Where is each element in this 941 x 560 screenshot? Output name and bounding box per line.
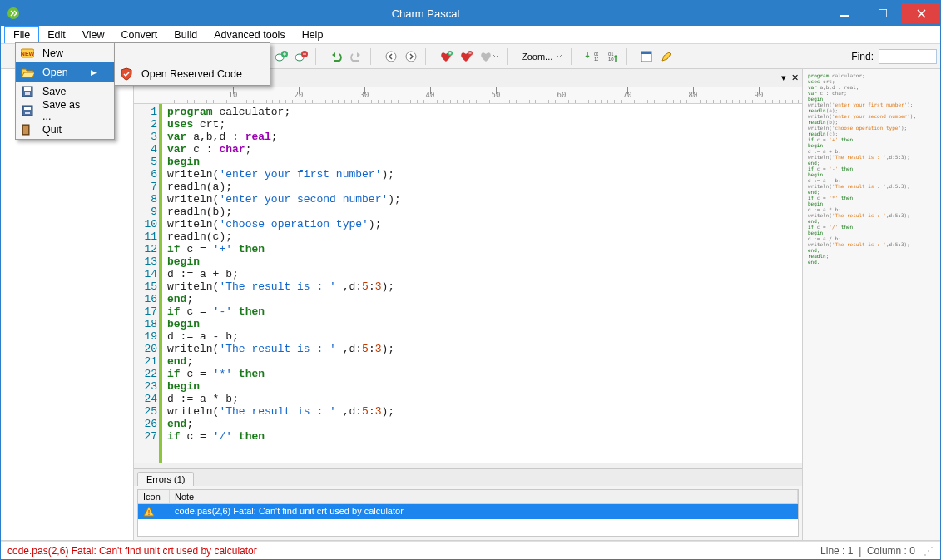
menu-quit[interactable]: Quit — [16, 120, 114, 139]
file-menu-dropdown: NEW New Open ▶ Save Save as ... Quit — [15, 42, 115, 140]
svg-text:!: ! — [148, 508, 151, 517]
menu-save-label: Save — [42, 86, 82, 97]
menu-advanced-tools[interactable]: Advanced tools — [206, 26, 293, 43]
ruler: 102030405060708090100110 — [134, 87, 802, 104]
menu-save-as[interactable]: Save as ... — [16, 101, 114, 120]
svg-text:NEW: NEW — [21, 51, 34, 57]
errors-tab[interactable]: Errors (1) — [137, 472, 194, 486]
menu-open-label: Open — [42, 67, 82, 78]
open-submenu: Open Reserved Code — [114, 42, 270, 86]
close-button[interactable] — [902, 3, 940, 23]
menu-new-label: New — [42, 47, 82, 59]
errors-col-note: Note — [170, 490, 798, 503]
tab-list-dropdown[interactable]: ▾ — [781, 72, 786, 83]
menu-build[interactable]: Build — [166, 26, 206, 43]
toolbar-nav-back[interactable] — [382, 47, 400, 66]
svg-rect-7 — [25, 92, 30, 95]
window-title: Charm Pascal — [26, 7, 825, 20]
toolbar-bookmark-remove[interactable] — [292, 47, 310, 66]
menu-open-reserved-code[interactable]: Open Reserved Code — [115, 63, 270, 85]
svg-point-25 — [406, 52, 416, 62]
svg-rect-33 — [641, 52, 651, 54]
tab-close-button[interactable]: ✕ — [791, 72, 799, 83]
menu-new[interactable]: NEW New — [16, 43, 114, 62]
open-icon — [19, 64, 36, 81]
toolbar-binary-down[interactable]: 0110 — [582, 47, 601, 66]
find-label: Find: — [851, 51, 877, 62]
statusbar: code.pas(2,6) Fatal: Can't find unit crt… — [1, 541, 940, 559]
toolbar-bookmark-add[interactable] — [272, 47, 290, 66]
errors-grid: Icon Note ! code.pas(2,6) Fatal: Can't f… — [137, 489, 799, 537]
toolbar-edit-pencil[interactable] — [657, 47, 676, 66]
svg-rect-6 — [24, 87, 31, 91]
status-position: Line : 1 | Column : 0 ⋰ — [820, 545, 934, 557]
menu-quit-label: Quit — [42, 124, 82, 136]
save-icon — [19, 83, 36, 100]
toolbar-redo[interactable] — [347, 47, 365, 66]
svg-rect-2 — [879, 9, 887, 17]
menu-open[interactable]: Open ▶ — [16, 62, 114, 82]
menu-save-as-label: Save as ... — [42, 99, 82, 122]
open-reserved-code-label: Open Reserved Code — [141, 68, 253, 80]
line-gutter: 1234567891011121314151617181920212223242… — [134, 104, 162, 463]
zoom-label: Zoom... — [522, 52, 552, 62]
toolbar-favorite-remove[interactable] — [457, 47, 475, 66]
errors-col-icon: Icon — [138, 490, 170, 503]
svg-rect-9 — [24, 107, 31, 110]
menu-convert[interactable]: Convert — [113, 26, 166, 43]
svg-rect-1 — [840, 15, 849, 17]
minimize-button[interactable] — [825, 3, 864, 23]
app-icon — [1, 1, 26, 26]
warning-icon: ! — [138, 504, 170, 519]
svg-text:10: 10 — [608, 57, 614, 62]
svg-point-24 — [386, 52, 396, 62]
save-as-icon — [19, 102, 36, 119]
toolbar-binary-up[interactable]: 0110 — [602, 47, 621, 66]
error-note: code.pas(2,6) Fatal: Can't find unit crt… — [170, 504, 798, 519]
toolbar-zoom-dropdown[interactable]: Zoom... — [518, 47, 566, 66]
minimap[interactable]: program calculator;uses crt;var a,b,d : … — [803, 69, 940, 540]
resize-grip-icon[interactable]: ⋰ — [924, 545, 934, 557]
menu-view[interactable]: View — [74, 26, 113, 43]
svg-text:10: 10 — [594, 57, 598, 62]
code-area[interactable]: program calculator;uses crt;var a,b,d : … — [162, 104, 802, 463]
quit-icon — [19, 121, 36, 138]
toolbar-favorites-dropdown[interactable] — [477, 47, 502, 66]
find-input[interactable] — [879, 49, 937, 64]
status-error: code.pas(2,6) Fatal: Can't find unit crt… — [7, 545, 257, 557]
menu-help[interactable]: Help — [294, 26, 332, 43]
toolbar-window[interactable] — [637, 47, 656, 66]
code-editor[interactable]: 1234567891011121314151617181920212223242… — [134, 104, 802, 468]
error-row[interactable]: ! code.pas(2,6) Fatal: Can't find unit c… — [138, 504, 798, 519]
svg-rect-12 — [23, 126, 28, 134]
menubar: File Edit View Convert Build Advanced to… — [1, 26, 940, 44]
menu-edit[interactable]: Edit — [39, 26, 74, 43]
toolbar-undo[interactable] — [327, 47, 345, 66]
toolbar-favorite-add[interactable] — [437, 47, 455, 66]
titlebar: Charm Pascal — [1, 1, 940, 26]
new-icon: NEW — [19, 45, 36, 62]
svg-rect-10 — [25, 112, 30, 114]
errors-panel: Errors (1) Icon Note ! code.pas(2,6) Fat… — [134, 468, 802, 540]
menu-file[interactable]: File — [4, 26, 39, 43]
maximize-button[interactable] — [864, 3, 902, 23]
toolbar-nav-forward[interactable] — [402, 47, 420, 66]
shield-icon — [118, 66, 135, 82]
chevron-right-icon: ▶ — [89, 68, 97, 77]
